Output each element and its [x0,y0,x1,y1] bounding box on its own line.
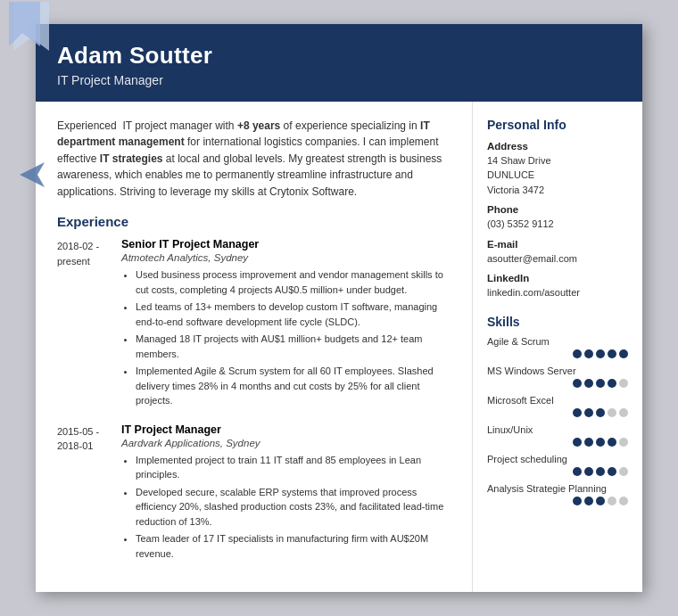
experience-item-2: 2015-05 -2018-01 IT Project Manager Aard… [57,423,454,564]
dot [596,349,605,358]
company-2: Aardvark Applications, Sydney [121,438,454,448]
dot-empty [619,467,628,476]
dot [584,349,593,358]
phone-value: (03) 5352 9112 [487,217,628,232]
skill-name-analysis: Analysis Strategie Planning [487,483,628,494]
skills-section-title: Skills [487,315,628,329]
skill-dots-excel [487,408,628,417]
bullet-item: Used business process improvement and ve… [136,267,454,297]
skill-dots-agile [487,349,628,358]
dot [596,497,605,505]
dot [608,438,616,447]
skill-item-scheduling: Project scheduling [487,454,628,476]
exp-detail-2: IT Project Manager Aardvark Applications… [121,423,454,564]
resume-header: Adam Soutter IT Project Manager [36,24,642,102]
dot [584,379,593,388]
left-column: Experienced IT project manager with +8 y… [36,102,473,593]
candidate-name: Adam Soutter [57,42,621,70]
skill-item-analysis: Analysis Strategie Planning [487,483,628,505]
dot [584,497,593,505]
dot-empty [619,408,628,417]
resume-body: Experienced IT project manager with +8 y… [36,102,642,593]
skill-dots-windows [487,379,628,388]
svg-marker-2 [20,162,45,187]
personal-info-title: Personal Info [487,118,628,132]
bullet-list-1: Used business process improvement and ve… [121,267,454,408]
star-decoration [0,0,71,69]
dot [608,467,616,476]
dot [584,438,593,447]
summary-text: Experienced IT project manager with +8 y… [57,118,454,201]
exp-date-1: 2018-02 -present [57,238,121,411]
dot [573,379,582,388]
company-1: Atmotech Analytics, Sydney [121,252,454,263]
linkedin-label: LinkedIn [487,273,628,283]
dot-empty [608,408,616,417]
dot-empty [608,497,616,505]
resume-container: Adam Soutter IT Project Manager Experien… [36,24,642,593]
job-name-2: IT Project Manager [121,423,454,436]
linkedin-value: linkedin.com/asoutter [487,285,628,300]
skill-name-windows: MS Windows Server [487,365,628,376]
skill-item-agile: Agile & Scrum [487,336,628,358]
dot [596,438,605,447]
job-title: IT Project Manager [57,73,621,87]
bullet-item: Developed secure, scalable ERP systems t… [136,485,454,530]
right-column: Personal Info Address 14 Shaw DriveDUNLU… [473,102,642,593]
bullet-item: Implemented project to train 11 IT staff… [136,453,454,482]
skill-dots-analysis [487,497,628,505]
dot [596,467,605,476]
skill-item-excel: Microsoft Excel [487,395,628,417]
dot [573,349,582,358]
phone-label: Phone [487,204,628,215]
dot [573,408,582,417]
skill-name-linux: Linux/Unix [487,424,628,435]
dot [573,467,582,476]
exp-date-2: 2015-05 -2018-01 [57,423,121,564]
email-value: asoutter@email.com [487,251,628,267]
address-label: Address [487,141,628,152]
skill-item-linux: Linux/Unix [487,424,628,447]
dot [608,379,616,388]
address-value: 14 Shaw DriveDUNLUCEVictoria 3472 [487,153,628,198]
dot-empty [619,497,628,505]
dot [596,408,605,417]
skill-dots-scheduling [487,467,628,476]
dot [573,438,582,447]
job-name-1: Senior IT Project Manager [121,238,454,251]
skill-item-windows: MS Windows Server [487,365,628,388]
dot [573,497,582,505]
dot [619,349,628,358]
dot [584,467,593,476]
skill-dots-linux [487,438,628,447]
bullet-item: Managed 18 IT projects with AU$1 million… [136,332,454,361]
bullet-list-2: Implemented project to train 11 IT staff… [121,453,454,562]
dot [608,349,616,358]
arrow-decoration [20,162,45,187]
skill-name-agile: Agile & Scrum [487,336,628,347]
skill-name-scheduling: Project scheduling [487,454,628,464]
experience-section-title: Experience [57,214,454,229]
experience-item-1: 2018-02 -present Senior IT Project Manag… [57,238,454,411]
dot [584,408,593,417]
exp-detail-1: Senior IT Project Manager Atmotech Analy… [121,238,454,411]
skill-name-excel: Microsoft Excel [487,395,628,406]
email-label: E-mail [487,239,628,250]
bullet-item: Implemented Agile & Scrum system for all… [136,364,454,408]
dot-empty [619,379,628,388]
dot [596,379,605,388]
bullet-item: Team leader of 17 IT specialists in manu… [136,531,454,561]
dot-empty [619,438,628,447]
bullet-item: Led teams of 13+ members to develop cust… [136,300,454,329]
